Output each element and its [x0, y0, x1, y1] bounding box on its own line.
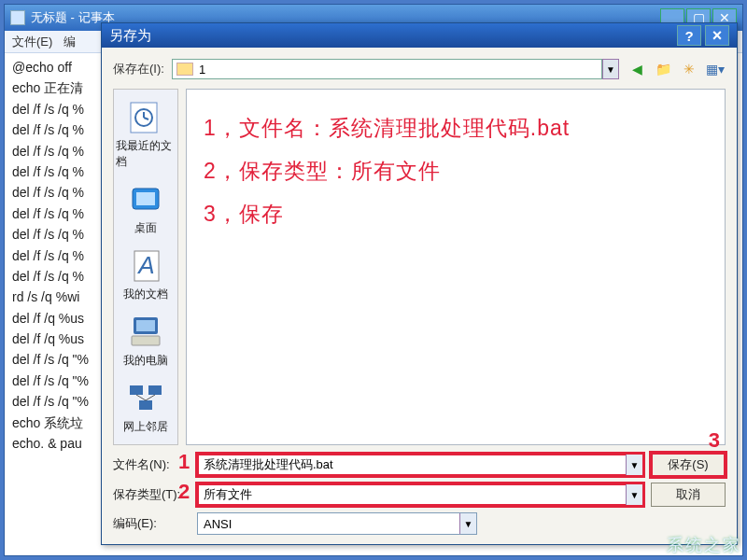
annotation-tag-3: 3	[709, 428, 720, 453]
lookin-label: 保存在(I):	[113, 61, 164, 77]
chevron-down-icon[interactable]: ▼	[626, 455, 642, 475]
place-mypc[interactable]: 我的电脑	[116, 310, 176, 372]
new-folder-icon[interactable]: ✳	[679, 59, 699, 79]
lookin-select[interactable]: 1	[172, 59, 602, 79]
saveas-title: 另存为	[109, 27, 151, 45]
up-one-level-icon[interactable]: 📁	[653, 59, 673, 79]
help-button[interactable]: ?	[677, 25, 701, 46]
network-icon	[125, 380, 166, 417]
watermark-text: 系统之家	[667, 534, 741, 556]
svg-rect-11	[130, 385, 143, 395]
place-network[interactable]: 网上邻居	[116, 376, 176, 439]
places-bar: 我最近的文档 桌面 A 我的文档	[113, 89, 178, 445]
place-desktop[interactable]: 桌面	[116, 177, 176, 240]
menu-file[interactable]: 文件(E)	[12, 34, 52, 50]
lookin-dropdown-arrow[interactable]: ▼	[602, 59, 619, 79]
file-listing-area[interactable]: 1，文件名：系统清理批处理代码.bat 2，保存类型：所有文件 3，保存	[186, 89, 726, 445]
lookin-row: 保存在(I): 1 ▼ ◀ 📁 ✳ ▦▾	[113, 55, 726, 83]
recent-docs-icon	[125, 99, 166, 136]
svg-rect-10	[132, 336, 160, 345]
svg-rect-5	[136, 192, 155, 205]
dialog-close-button[interactable]: ×	[705, 25, 729, 46]
folder-icon	[176, 63, 193, 76]
view-menu-icon[interactable]: ▦▾	[705, 59, 726, 79]
my-documents-icon: A	[125, 247, 166, 285]
encoding-select[interactable]: ANSI ▼	[197, 512, 477, 535]
annotation-line-3: 3，保存	[204, 192, 708, 235]
save-button[interactable]: 保存(S)	[651, 453, 726, 477]
svg-rect-12	[148, 385, 162, 395]
annotation-line-2: 2，保存类型：所有文件	[204, 149, 708, 192]
menu-edit[interactable]: 编	[63, 34, 76, 50]
chevron-down-icon[interactable]: ▼	[459, 513, 476, 534]
filename-input[interactable]: 系统清理批处理代码.bat ▼	[197, 454, 643, 476]
desktop-icon	[125, 181, 166, 218]
annotation-tag-2: 2	[178, 480, 190, 504]
svg-text:A: A	[136, 251, 154, 279]
svg-line-14	[136, 395, 146, 400]
svg-rect-9	[136, 320, 155, 331]
save-as-dialog: 另存为 ? × 保存在(I): 1 ▼ ◀ 📁 ✳ ▦▾	[101, 22, 738, 545]
bottom-form: 3 文件名(N): 1 系统清理批处理代码.bat ▼ 保存(S) 保存类型(T…	[113, 453, 726, 535]
encoding-label: 编码(E):	[113, 515, 190, 532]
svg-line-15	[146, 395, 155, 400]
place-recent[interactable]: 我最近的文档	[116, 95, 176, 174]
place-mydocs[interactable]: A 我的文档	[116, 244, 176, 306]
notepad-icon	[10, 10, 25, 25]
lookin-value: 1	[199, 63, 205, 77]
back-icon[interactable]: ◀	[627, 59, 647, 79]
filetype-select[interactable]: 所有文件 ▼	[197, 483, 643, 506]
saveas-titlebar: 另存为 ? ×	[102, 23, 737, 48]
my-computer-icon	[125, 314, 166, 351]
svg-rect-13	[139, 400, 152, 410]
chevron-down-icon[interactable]: ▼	[626, 484, 642, 505]
cancel-button[interactable]: 取消	[651, 483, 726, 507]
annotation-tag-1: 1	[178, 450, 190, 474]
annotation-line-1: 1，文件名：系统清理批处理代码.bat	[204, 106, 708, 149]
